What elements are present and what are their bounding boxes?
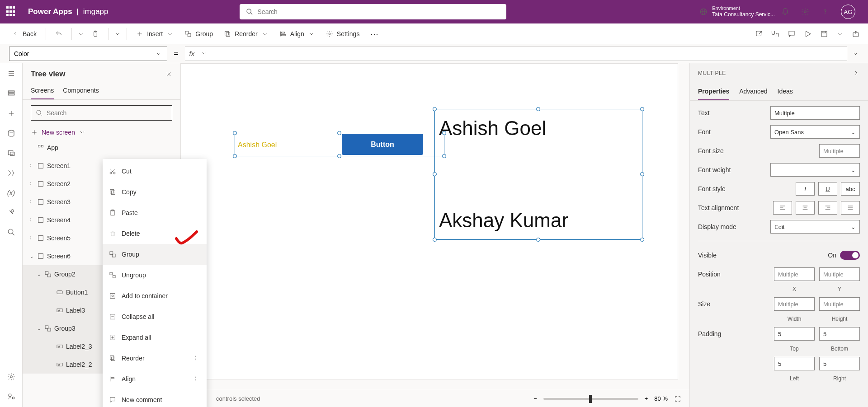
comment-icon[interactable]	[788, 30, 796, 38]
close-icon[interactable]	[165, 70, 172, 78]
align-right-button[interactable]	[818, 201, 837, 215]
tree-search-input[interactable]	[47, 109, 167, 117]
italic-button[interactable]: I	[796, 182, 815, 196]
ctx-ungroup[interactable]: Ungroup	[103, 265, 207, 285]
input-y[interactable]: Multiple	[819, 267, 860, 281]
zoom-slider[interactable]	[543, 398, 638, 400]
reorder-icon	[224, 30, 231, 37]
toggle-visible[interactable]	[840, 251, 860, 260]
property-selector[interactable]: Color	[9, 47, 167, 61]
chevron-down-icon[interactable]	[77, 30, 85, 37]
tab-ideas[interactable]: Ideas	[778, 86, 793, 100]
global-search[interactable]	[240, 4, 506, 19]
ctx-expand[interactable]: Expand all	[103, 327, 207, 348]
underline-button[interactable]: U	[818, 182, 837, 196]
ask-icon[interactable]	[7, 393, 15, 401]
help-icon[interactable]	[821, 8, 829, 16]
new-screen-button[interactable]: New screen	[23, 126, 180, 139]
input-padding-left[interactable]: 5	[774, 357, 815, 370]
reorder-button[interactable]: Reorder	[220, 28, 272, 40]
canvas-button1[interactable]: Button	[342, 134, 423, 155]
expand-icon[interactable]	[852, 50, 859, 57]
bell-icon[interactable]	[781, 8, 789, 16]
tab-screens[interactable]: Screens	[31, 85, 54, 99]
zoom-out[interactable]: −	[533, 395, 537, 402]
fit-icon[interactable]	[674, 395, 681, 402]
screen-icon	[37, 253, 44, 260]
ctx-comment[interactable]: New comment	[103, 389, 207, 407]
play-icon[interactable]	[804, 30, 812, 38]
tools-icon[interactable]	[7, 208, 15, 216]
svg-rect-11	[225, 31, 229, 35]
status-bar: controls selected − + 80 %	[181, 390, 689, 407]
ctx-align[interactable]: Align〉	[103, 369, 207, 389]
select-display-mode[interactable]: Edit⌄	[770, 220, 860, 234]
tree-search[interactable]	[31, 105, 172, 121]
gear-icon[interactable]	[801, 8, 809, 16]
canvas-area[interactable]: Ashish Goel Button Ashish Goel Akshay Ku…	[181, 63, 689, 407]
ctx-reorder[interactable]: Reorder〉	[103, 348, 207, 369]
search-input[interactable]	[258, 8, 500, 15]
select-font[interactable]: Open Sans⌄	[770, 125, 860, 139]
undo-icon	[55, 30, 62, 37]
canvas-label2-3[interactable]: Ashish Goel	[439, 117, 546, 140]
chevron-right-icon[interactable]	[853, 70, 860, 77]
ctx-cut[interactable]: Cut	[103, 161, 207, 182]
search-rail-icon[interactable]	[7, 228, 15, 236]
canvas[interactable]: Ashish Goel Button Ashish Goel Akshay Ku…	[181, 63, 678, 379]
back-button[interactable]: Back	[8, 28, 40, 40]
trash-icon	[109, 230, 116, 237]
tab-properties[interactable]: Properties	[698, 86, 729, 100]
input-height[interactable]: Multiple	[819, 297, 860, 311]
hamburger-icon[interactable]	[7, 70, 15, 78]
undo-button[interactable]	[52, 28, 66, 40]
publish-icon[interactable]	[852, 30, 860, 38]
select-font-weight[interactable]: ⌄	[770, 163, 860, 177]
group-button[interactable]: Group	[181, 28, 217, 40]
align-left-button[interactable]	[773, 201, 792, 215]
input-x[interactable]: Multiple	[774, 267, 815, 281]
settings-button[interactable]: Settings	[322, 28, 363, 40]
ctx-copy[interactable]: Copy	[103, 182, 207, 202]
paste-button[interactable]	[88, 28, 103, 40]
canvas-label2-2[interactable]: Akshay Kumar	[439, 209, 568, 232]
input-padding-top[interactable]: 5	[774, 327, 815, 341]
align-center-button[interactable]	[796, 201, 815, 215]
variables-icon[interactable]: (x)	[7, 189, 15, 196]
share-icon[interactable]	[755, 30, 763, 38]
align-justify-button[interactable]	[841, 201, 860, 215]
chevron-down-icon[interactable]	[114, 30, 121, 37]
input-width[interactable]: Multiple	[774, 297, 815, 311]
ctx-add-container[interactable]: Add to container	[103, 285, 207, 306]
svg-line-1	[250, 13, 252, 14]
more-button[interactable]: ⋯	[367, 26, 382, 42]
save-icon[interactable]	[820, 30, 828, 38]
tab-advanced[interactable]: Advanced	[739, 86, 767, 100]
user-avatar[interactable]: AG	[841, 5, 855, 19]
tree-icon[interactable]	[7, 89, 15, 98]
ctx-collapse[interactable]: Collapse all	[103, 306, 207, 327]
ctx-paste[interactable]: Paste	[103, 202, 207, 223]
strike-button[interactable]: abc	[841, 182, 860, 196]
input-font-size[interactable]: Multiple	[819, 144, 860, 158]
label-text-align: Text alignment	[698, 204, 770, 211]
tree-item-app[interactable]: App	[23, 139, 180, 157]
svg-point-6	[825, 14, 826, 14]
tab-components[interactable]: Components	[63, 85, 99, 99]
media-icon[interactable]	[7, 149, 15, 157]
input-text[interactable]: Multiple	[770, 106, 860, 120]
data-icon[interactable]	[7, 129, 15, 137]
formula-input[interactable]: fx	[185, 47, 847, 61]
zoom-in[interactable]: +	[645, 395, 648, 402]
settings-rail-icon[interactable]	[7, 373, 15, 381]
input-padding-bottom[interactable]: 5	[819, 327, 860, 341]
waffle-icon[interactable]	[6, 6, 17, 17]
input-padding-right[interactable]: 5	[819, 357, 860, 370]
environment-picker[interactable]: Environment Tata Consultancy Servic...	[699, 5, 775, 18]
align-button[interactable]: Align	[276, 28, 319, 40]
insert-button[interactable]: Insert	[132, 28, 177, 40]
app-checker-icon[interactable]	[771, 30, 779, 38]
plus-icon[interactable]	[7, 109, 15, 117]
chevron-down-icon[interactable]	[836, 30, 844, 37]
flow-icon[interactable]	[7, 169, 15, 177]
